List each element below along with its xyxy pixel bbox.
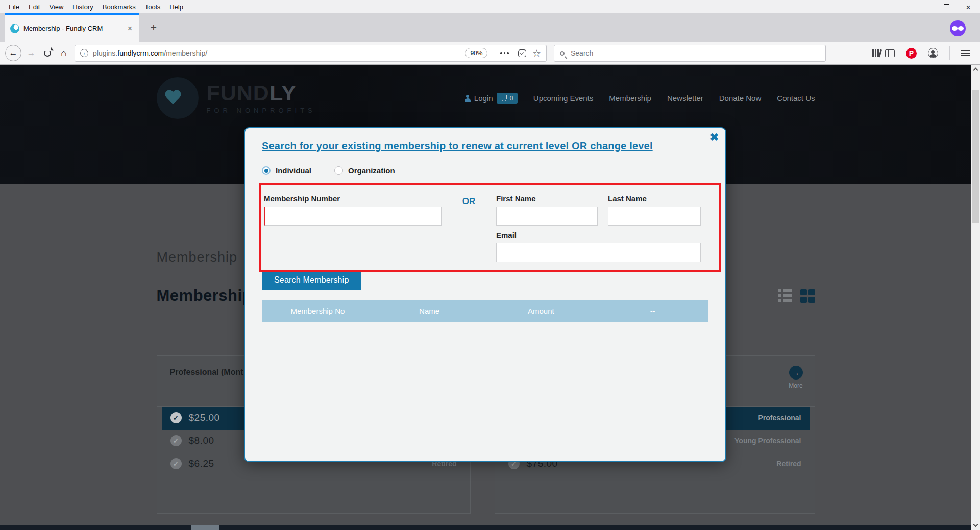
fundly-favicon: [10, 24, 19, 33]
search-membership-button[interactable]: Search Membership: [262, 270, 361, 290]
last-name-label: Last Name: [608, 194, 701, 203]
radio-label: Organization: [348, 166, 395, 175]
membership-price: $25.00: [189, 412, 220, 423]
menu-bookmarks[interactable]: Bookmarks: [98, 2, 140, 12]
person-icon: [465, 95, 471, 101]
membership-price: $6.25: [189, 458, 214, 469]
login-link[interactable]: Login 0: [465, 93, 518, 104]
first-name-input[interactable]: [496, 207, 598, 226]
bookmark-star-icon[interactable]: ☆: [532, 48, 541, 58]
more-button[interactable]: →More: [777, 361, 815, 394]
site-info-icon[interactable]: i: [80, 49, 88, 57]
home-button[interactable]: ⌂: [56, 45, 71, 61]
cart-count: 0: [510, 94, 513, 102]
more-label: More: [789, 382, 802, 389]
new-tab-button[interactable]: +: [146, 20, 161, 35]
browser-menubar: FileEditViewHistoryBookmarksToolsHelp ×: [0, 0, 980, 13]
results-column-header: --: [597, 307, 708, 315]
email-label: Email: [496, 231, 701, 239]
zoom-level-badge[interactable]: 90%: [465, 48, 487, 58]
url-text: plugins.fundlycrm.com/membership/: [93, 49, 207, 57]
scrollbar-thumb[interactable]: [972, 90, 979, 223]
nav-newsletter[interactable]: Newsletter: [667, 94, 703, 103]
reload-button[interactable]: [40, 45, 55, 61]
menu-view[interactable]: View: [44, 2, 68, 12]
tab-title: Membership - Fundly CRM: [23, 24, 122, 32]
radio-organization[interactable]: Organization: [334, 166, 395, 175]
site-nav: Login 0 Upcoming EventsMembershipNewslet…: [465, 93, 815, 104]
pinterest-icon[interactable]: P: [906, 48, 917, 59]
membership-number-label: Membership Number: [264, 194, 442, 203]
check-circle-icon: ✓: [170, 412, 182, 423]
reload-icon: [44, 49, 51, 57]
brand-name: FUNDLY: [207, 82, 316, 104]
brand-tagline: FOR NONPROFITS: [207, 107, 316, 114]
scroll-down-icon[interactable]: [973, 522, 978, 527]
menu-help[interactable]: Help: [165, 2, 188, 12]
account-icon[interactable]: [928, 48, 938, 58]
check-circle-icon: ✓: [170, 458, 182, 469]
radio-button-icon[interactable]: [262, 166, 271, 175]
sidebar-icon[interactable]: [885, 49, 895, 57]
membership-number-input[interactable]: [264, 207, 442, 226]
scroll-up-icon[interactable]: [973, 68, 978, 73]
menu-history[interactable]: History: [68, 2, 97, 12]
list-view-icon[interactable]: [778, 289, 793, 302]
membership-search-modal: ✖ Search for your existing membership to…: [244, 127, 726, 462]
results-table-header: Membership NoNameAmount--: [262, 300, 708, 322]
first-name-label: First Name: [496, 194, 598, 203]
grid-view-icon[interactable]: [800, 289, 815, 303]
menu-tools[interactable]: Tools: [140, 2, 165, 12]
library-icon[interactable]: [872, 49, 874, 57]
highlighted-search-fields: Membership Number OR First Name Last Nam…: [259, 183, 721, 272]
modal-close-icon[interactable]: ✖: [709, 132, 719, 142]
menu-file[interactable]: File: [4, 2, 24, 12]
minimize-icon: [919, 8, 924, 8]
nav-upcoming-events[interactable]: Upcoming Events: [533, 94, 594, 103]
results-column-header: Amount: [485, 307, 597, 315]
cart-badge[interactable]: 0: [497, 93, 518, 104]
results-column-header: Membership No: [262, 307, 374, 315]
check-circle-icon: ✓: [170, 435, 182, 446]
back-button[interactable]: ←: [5, 45, 21, 61]
vertical-scrollbar[interactable]: [971, 65, 980, 530]
nav-membership[interactable]: Membership: [609, 94, 651, 103]
radio-label: Individual: [276, 166, 311, 175]
mask-extension-icon[interactable]: [950, 20, 966, 36]
nav-donate-now[interactable]: Donate Now: [719, 94, 762, 103]
search-placeholder: Search: [571, 49, 593, 57]
email-input[interactable]: [496, 243, 701, 262]
browser-tab[interactable]: Membership - Fundly CRM ×: [5, 13, 139, 42]
url-bar[interactable]: i plugins.fundlycrm.com/membership/ 90% …: [75, 45, 547, 62]
page-actions-icon[interactable]: [498, 52, 511, 54]
membership-level-label: Professional: [758, 414, 801, 422]
page-footer: [0, 525, 971, 530]
menu-edit[interactable]: Edit: [24, 2, 44, 12]
membership-level-label: Young Professional: [734, 437, 801, 445]
radio-button-icon[interactable]: [334, 166, 343, 175]
search-bar[interactable]: Search: [554, 45, 826, 62]
cart-icon: [501, 95, 507, 99]
pocket-icon[interactable]: [518, 49, 526, 57]
membership-level-label: Retired: [776, 460, 801, 468]
or-label: OR: [442, 194, 496, 270]
search-icon: [560, 51, 565, 56]
fundly-logo[interactable]: [157, 77, 199, 119]
modal-title[interactable]: Search for your existing membership to r…: [262, 140, 708, 152]
browser-navbar: ← → ⌂ i plugins.fundlycrm.com/membership…: [0, 42, 980, 65]
arrow-right-icon: →: [789, 366, 803, 380]
radio-individual[interactable]: Individual: [262, 166, 311, 175]
restore-icon: [943, 6, 947, 10]
results-column-header: Name: [374, 307, 485, 315]
last-name-input[interactable]: [608, 207, 701, 226]
membership-price: $8.00: [189, 435, 214, 446]
heart-icon: [169, 90, 186, 106]
forward-button: →: [23, 45, 39, 61]
nav-contact-us[interactable]: Contact Us: [777, 94, 815, 103]
browser-tabbar: Membership - Fundly CRM × +: [0, 13, 980, 42]
footer-segment: [191, 525, 219, 530]
menu-hamburger-icon[interactable]: [961, 50, 970, 51]
tab-close-icon[interactable]: ×: [126, 24, 134, 33]
